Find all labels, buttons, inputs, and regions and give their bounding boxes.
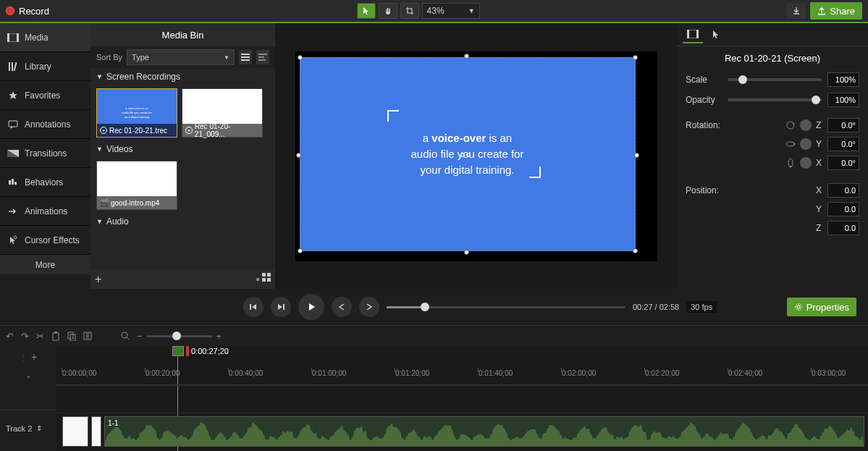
play-button[interactable] [298,294,324,320]
svg-rect-10 [14,182,17,185]
resize-handle-bc[interactable] [464,250,469,255]
axis-z: Z [816,223,823,233]
next-frame-button[interactable] [271,297,291,317]
add-media-button[interactable]: + [95,273,109,286]
sidebar-more[interactable]: More [0,255,90,274]
grid-view-icon[interactable] [262,273,271,286]
cut-button[interactable]: ✂ [36,331,44,342]
next-marker-button[interactable] [359,297,379,317]
section-videos[interactable]: ▼ Videos [90,140,275,158]
pan-tool[interactable] [379,3,397,19]
opacity-value[interactable]: 100% [827,93,859,107]
section-screen-recordings[interactable]: ▼ Screen Recordings [90,68,275,85]
svg-rect-36 [88,332,91,340]
chevron-down-icon: ▼ [468,7,475,14]
clip-audio[interactable]: 1-1 [104,416,864,447]
playhead[interactable]: 0:00:27;20 [172,346,229,356]
sidebar-label: Transitions [25,148,67,159]
resize-handle-bl[interactable] [298,248,303,253]
prev-frame-button[interactable] [243,297,264,317]
resize-handle-br[interactable] [633,248,638,253]
sidebar-item-cursor-effects[interactable]: Cursor Effects [0,226,90,255]
sidebar-item-animations[interactable]: Animations [0,197,90,226]
timeline-zoom-slider[interactable] [147,335,212,337]
svg-rect-4 [12,62,13,71]
canvas[interactable]: a voice-over is an audio file you create… [275,23,677,289]
rotate-handle[interactable] [460,153,473,160]
clip[interactable] [62,416,88,447]
chevron-down-icon: ▼ [224,54,229,61]
clip-label: 1-1 [108,419,118,427]
more-label: More [35,260,55,270]
properties-tab-video[interactable] [683,26,703,43]
undo-button[interactable]: ↶ [6,331,14,342]
properties-tab-cursor[interactable] [706,26,726,43]
resize-handle-mr[interactable] [634,153,639,158]
sidebar-item-media[interactable]: Media [0,23,90,52]
track-row-empty[interactable] [56,385,868,413]
sidebar-item-annotations[interactable]: Annotations [0,110,90,139]
track-row[interactable]: 1-1 [56,413,868,449]
view-grid-button[interactable] [239,50,252,64]
ruler-tick: 0:02:40;00 [728,369,762,377]
paste-button[interactable] [67,331,76,341]
clip[interactable] [91,416,101,447]
playback-fps[interactable]: 30 fps [686,301,717,313]
rotate-x-icon[interactable] [785,158,796,168]
sidebar-item-behaviors[interactable]: Behaviors [0,168,90,197]
position-y-value[interactable]: 0.0 [827,202,859,216]
rotation-z-value[interactable]: 0.0° [827,118,859,132]
prev-marker-button[interactable] [332,297,352,317]
rotate-y-icon[interactable] [785,139,796,149]
rotation-y-dial[interactable] [800,138,812,150]
redo-button[interactable]: ↷ [21,331,29,342]
sidebar-item-favorites[interactable]: Favorites [0,81,90,110]
rotate-z-icon[interactable] [785,120,796,130]
resize-handle-tr[interactable] [633,55,638,60]
zoom-dropdown[interactable]: 43% ▼ [422,3,480,19]
rotation-z-dial[interactable] [800,119,812,131]
crop-tool[interactable] [400,3,419,19]
zoom-in-button[interactable]: + [216,331,222,342]
collapse-icon[interactable]: ⌄ [25,371,31,379]
view-list-button[interactable] [256,50,269,64]
detail-view-icon[interactable]: ▪ [256,273,260,286]
section-title: Videos [106,144,132,154]
timeline-ruler[interactable]: 0:00:00;000:00:20;000:00:40;000:01:00;00… [56,368,868,385]
sidebar-item-library[interactable]: Library [0,52,90,81]
zoom-out-button[interactable]: − [137,331,143,342]
svg-rect-14 [241,59,250,61]
split-button[interactable] [83,331,92,341]
position-z-value[interactable]: 0.0 [827,221,859,235]
add-track-button[interactable]: + [31,351,37,363]
download-button[interactable] [787,3,806,19]
media-item[interactable]: ●Rec 01-20-21_009... [182,88,263,138]
media-item[interactable]: a voice-over is anaudio file you create … [96,88,177,138]
playback-seek-slider[interactable] [387,306,625,308]
resize-handle-tl[interactable] [298,55,303,60]
axis-x: X [816,185,823,195]
cursor-icon [7,235,19,246]
rotation-x-dial[interactable] [800,157,812,169]
pointer-tool[interactable] [357,3,376,19]
rotation-y-value[interactable]: 0.0° [827,137,859,151]
sidebar-item-transitions[interactable]: Transitions [0,139,90,168]
properties-button[interactable]: Properties [787,298,856,316]
sidebar-label: Favorites [25,90,60,101]
track-expand-icon[interactable]: ⇕ [36,424,42,432]
section-audio[interactable]: ▼ Audio [90,213,275,230]
share-button[interactable]: Share [810,2,862,20]
resize-handle-ml[interactable] [296,153,301,158]
opacity-slider[interactable] [728,98,822,101]
track-label[interactable]: Track 2 ⇕ [0,410,56,446]
copy-button[interactable] [51,331,60,341]
position-x-value[interactable]: 0.0 [827,183,859,198]
record-button[interactable]: Record [6,6,49,17]
scale-slider[interactable] [728,78,822,81]
media-item[interactable]: 🎬good-intro.mp4 [96,161,177,210]
scale-value[interactable]: 100% [827,72,859,87]
track-settings-icon[interactable]: ⋮ [20,353,27,361]
resize-handle-tc[interactable] [464,54,469,59]
rotation-x-value[interactable]: 0.0° [827,156,859,170]
sort-dropdown[interactable]: Type ▼ [127,49,235,65]
